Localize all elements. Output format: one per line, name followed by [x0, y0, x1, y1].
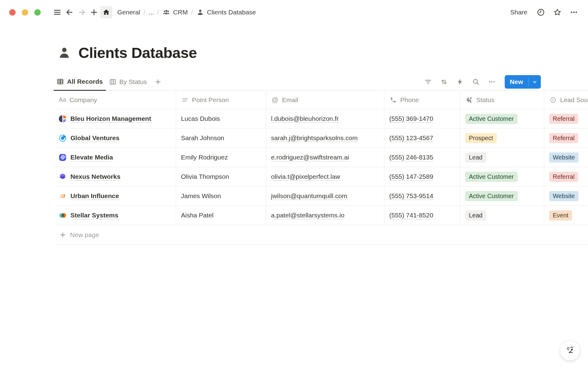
- column-header-company[interactable]: AaCompany: [54, 91, 176, 109]
- column-header-point-person[interactable]: Point Person: [176, 91, 266, 109]
- point-person-cell[interactable]: James Wilson: [176, 186, 266, 206]
- lead-source-cell[interactable]: Referral: [544, 109, 588, 128]
- email-cell[interactable]: jwilson@quantumquill.com: [266, 186, 384, 206]
- phone-cell[interactable]: (555) 369-1470: [384, 109, 460, 128]
- status-cell[interactable]: Active Customer: [460, 167, 544, 186]
- point-person-cell[interactable]: Sarah Johnson: [176, 128, 266, 148]
- company-cell[interactable]: Stellar Systems: [54, 206, 176, 225]
- select-property-icon: [549, 97, 557, 103]
- home-icon[interactable]: [100, 6, 112, 18]
- point-person-cell[interactable]: Olivia Thompson: [176, 167, 266, 186]
- new-tab-icon[interactable]: [88, 6, 100, 18]
- lead-source-badge: Website: [549, 191, 579, 201]
- phone-property-icon: [389, 97, 397, 103]
- company-cell[interactable]: Urban Influence: [54, 186, 176, 206]
- clients-table: AaCompanyPoint Person@EmailPhoneStatusLe…: [54, 91, 588, 245]
- status-badge: Active Customer: [465, 172, 518, 182]
- share-button[interactable]: Share: [507, 7, 530, 18]
- lead-source-badge: Referral: [549, 133, 578, 143]
- status-cell[interactable]: Lead: [460, 148, 544, 167]
- more-options-icon[interactable]: [568, 6, 580, 18]
- sidebar-menu-icon[interactable]: [51, 6, 63, 18]
- column-header-status[interactable]: Status: [460, 91, 544, 109]
- new-page-button[interactable]: New page: [54, 225, 588, 245]
- new-record-dropdown[interactable]: [529, 75, 541, 89]
- breadcrumb-collapsed[interactable]: ...: [147, 7, 156, 17]
- company-cell[interactable]: Bleu Horizon Management: [54, 109, 176, 128]
- clock-icon[interactable]: [535, 6, 547, 18]
- breadcrumb-crm[interactable]: CRM: [160, 7, 190, 17]
- column-header-phone[interactable]: Phone: [384, 91, 460, 109]
- forward-icon[interactable]: [76, 6, 88, 18]
- phone-cell[interactable]: (555) 246-8135: [384, 148, 460, 167]
- lead-source-badge: Referral: [549, 114, 578, 124]
- table-view-icon: [57, 78, 64, 85]
- table-row: Elevate MediaEmily Rodrigueze.rodriguez@…: [54, 148, 588, 167]
- search-icon[interactable]: [470, 76, 482, 88]
- company-cell[interactable]: Elevate Media: [54, 148, 176, 167]
- close-window-button[interactable]: [9, 9, 16, 16]
- text-property-icon: [181, 97, 189, 103]
- point-person-cell[interactable]: Lucas Dubois: [176, 109, 266, 128]
- company-logo-icon: [58, 115, 67, 123]
- traffic-lights: [9, 9, 41, 16]
- table-row: Bleu Horizon ManagementLucas Duboisl.dub…: [54, 109, 588, 128]
- table-header-row: AaCompanyPoint Person@EmailPhoneStatusLe…: [54, 91, 588, 109]
- lead-source-cell[interactable]: Website: [544, 148, 588, 167]
- ai-face-icon: [564, 345, 576, 356]
- lead-source-cell[interactable]: Website: [544, 186, 588, 206]
- notion-ai-button[interactable]: [560, 340, 580, 361]
- status-cell[interactable]: Active Customer: [460, 109, 544, 128]
- status-badge: Lead: [465, 152, 486, 163]
- email-cell[interactable]: a.patel@stellarsystems.io: [266, 206, 384, 225]
- minimize-window-button[interactable]: [22, 9, 28, 16]
- status-cell[interactable]: Active Customer: [460, 186, 544, 206]
- phone-cell[interactable]: (555) 753-9514: [384, 186, 460, 206]
- sort-icon[interactable]: [438, 76, 450, 88]
- point-person-cell[interactable]: Emily Rodriguez: [176, 148, 266, 167]
- phone-cell[interactable]: (555) 123-4567: [384, 128, 460, 148]
- automations-icon[interactable]: [454, 76, 466, 88]
- status-badge: Active Customer: [465, 191, 518, 201]
- tab-all-records[interactable]: All Records: [54, 73, 106, 91]
- table-row: Stellar SystemsAisha Patela.patel@stella…: [54, 206, 588, 225]
- lead-source-cell[interactable]: Referral: [544, 167, 588, 186]
- company-logo-icon: [58, 192, 67, 200]
- tab-by-status[interactable]: By Status: [106, 73, 150, 90]
- status-cell[interactable]: Prospect: [460, 128, 544, 148]
- email-property-icon: @: [271, 96, 279, 104]
- email-cell[interactable]: l.dubois@bleuhorizon.fr: [266, 109, 384, 128]
- breadcrumb-general[interactable]: General: [115, 7, 142, 17]
- new-record-button[interactable]: New: [505, 75, 541, 89]
- company-logo-icon: [58, 134, 67, 142]
- company-cell[interactable]: Global Ventures: [54, 128, 176, 148]
- column-header-lead-source[interactable]: Lead Source: [544, 91, 588, 109]
- phone-cell[interactable]: (555) 741-8520: [384, 206, 460, 225]
- add-view-icon[interactable]: [152, 76, 164, 88]
- back-icon[interactable]: [63, 6, 76, 18]
- filter-icon[interactable]: [422, 76, 434, 88]
- column-header-email[interactable]: @Email: [266, 91, 384, 109]
- lead-source-cell[interactable]: Referral: [544, 128, 588, 148]
- team-icon: [162, 8, 170, 16]
- lead-source-cell[interactable]: Event: [544, 206, 588, 225]
- email-cell[interactable]: olivia.t@pixelperfect.law: [266, 167, 384, 186]
- lead-source-badge: Referral: [549, 172, 578, 182]
- phone-cell[interactable]: (555) 147-2589: [384, 167, 460, 186]
- page-icon-person[interactable]: [57, 45, 72, 60]
- point-person-cell[interactable]: Aisha Patel: [176, 206, 266, 225]
- status-cell[interactable]: Lead: [460, 206, 544, 225]
- table-row: Global VenturesSarah Johnsonsarah.j@brig…: [54, 128, 588, 148]
- table-row: Nexus NetworksOlivia Thompsonolivia.t@pi…: [54, 167, 588, 186]
- company-cell[interactable]: Nexus Networks: [54, 167, 176, 186]
- email-cell[interactable]: sarah.j@brightsparksolns.com: [266, 128, 384, 148]
- window-titlebar: General / ... / CRM / Clients Database S…: [0, 0, 588, 25]
- email-cell[interactable]: e.rodriguez@swiftstream.ai: [266, 148, 384, 167]
- view-more-icon[interactable]: [486, 76, 498, 88]
- board-view-icon: [109, 78, 116, 86]
- breadcrumb-current-page[interactable]: Clients Database: [194, 7, 258, 17]
- zoom-window-button[interactable]: [34, 9, 41, 16]
- plus-icon: [59, 231, 66, 239]
- star-icon[interactable]: [551, 6, 564, 18]
- status-badge: Active Customer: [465, 114, 518, 124]
